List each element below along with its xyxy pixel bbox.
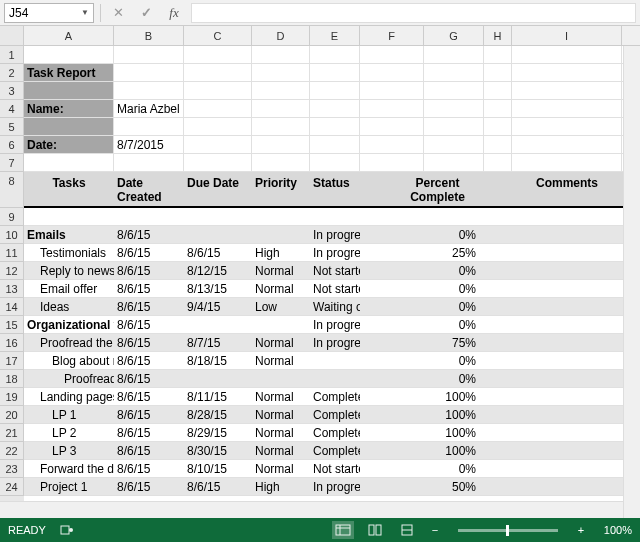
cell[interactable] bbox=[512, 316, 622, 333]
row-header[interactable]: 17 bbox=[0, 352, 24, 370]
cell[interactable] bbox=[360, 244, 424, 261]
cell[interactable]: Proofread the article bbox=[24, 370, 114, 387]
cell[interactable]: 8/28/15 bbox=[184, 406, 252, 423]
cell[interactable] bbox=[360, 226, 424, 243]
cell[interactable] bbox=[24, 46, 114, 63]
cell[interactable]: 75% bbox=[424, 334, 484, 351]
cell[interactable]: 8/12/15 bbox=[184, 262, 252, 279]
cell[interactable] bbox=[184, 316, 252, 333]
cell[interactable]: 0% bbox=[424, 226, 484, 243]
cell[interactable]: 8/6/15 bbox=[114, 244, 184, 261]
row-header[interactable]: 22 bbox=[0, 442, 24, 460]
cell[interactable] bbox=[114, 64, 184, 81]
cell[interactable] bbox=[512, 100, 622, 117]
cell[interactable] bbox=[512, 460, 622, 477]
horizontal-scrollbar[interactable] bbox=[0, 501, 623, 518]
cell[interactable]: Normal bbox=[252, 442, 310, 459]
cell[interactable] bbox=[310, 46, 360, 63]
cell[interactable]: In progress bbox=[310, 334, 360, 351]
cell[interactable]: 100% bbox=[424, 406, 484, 423]
cell[interactable]: Date Created bbox=[114, 172, 184, 206]
cell[interactable] bbox=[310, 118, 360, 135]
cell[interactable]: 8/6/15 bbox=[114, 460, 184, 477]
cell[interactable]: 0% bbox=[424, 316, 484, 333]
cell[interactable] bbox=[24, 154, 114, 171]
cell[interactable]: Normal bbox=[252, 460, 310, 477]
cell[interactable] bbox=[184, 154, 252, 171]
cell[interactable]: Due Date bbox=[184, 172, 252, 206]
cell[interactable]: Normal bbox=[252, 388, 310, 405]
cell[interactable] bbox=[310, 208, 360, 225]
cell[interactable]: Status bbox=[310, 172, 360, 206]
cell[interactable]: Not started bbox=[310, 262, 360, 279]
cell[interactable]: Completed bbox=[310, 406, 360, 423]
cell[interactable] bbox=[512, 478, 622, 495]
cell[interactable] bbox=[512, 226, 622, 243]
cell[interactable] bbox=[360, 136, 424, 153]
cell[interactable] bbox=[512, 154, 622, 171]
fx-icon[interactable]: fx bbox=[163, 3, 185, 23]
cell[interactable] bbox=[424, 82, 484, 99]
col-header[interactable]: D bbox=[252, 26, 310, 45]
cell[interactable]: 8/6/15 bbox=[184, 478, 252, 495]
cell[interactable] bbox=[484, 388, 512, 405]
cell[interactable]: Completed bbox=[310, 442, 360, 459]
cell[interactable]: Comments bbox=[512, 172, 622, 206]
cell[interactable]: 0% bbox=[424, 280, 484, 297]
row-header[interactable]: 1 bbox=[0, 46, 24, 64]
cell[interactable] bbox=[310, 352, 360, 369]
cell[interactable]: 8/7/2015 bbox=[114, 136, 184, 153]
cell[interactable] bbox=[360, 64, 424, 81]
cell[interactable]: Low bbox=[252, 298, 310, 315]
row-header[interactable]: 10 bbox=[0, 226, 24, 244]
cell[interactable] bbox=[512, 118, 622, 135]
cell[interactable] bbox=[310, 64, 360, 81]
cell[interactable]: Task Report bbox=[24, 64, 114, 81]
row-header[interactable]: 23 bbox=[0, 460, 24, 478]
cell[interactable]: 8/6/15 bbox=[114, 478, 184, 495]
cell[interactable] bbox=[360, 208, 424, 225]
cell[interactable] bbox=[360, 262, 424, 279]
cell[interactable] bbox=[252, 46, 310, 63]
cell[interactable]: 8/11/15 bbox=[184, 388, 252, 405]
select-all-corner[interactable] bbox=[0, 26, 24, 45]
cell[interactable]: LP 3 bbox=[24, 442, 114, 459]
row-header[interactable]: 6 bbox=[0, 136, 24, 154]
cell[interactable]: 8/18/15 bbox=[184, 352, 252, 369]
cell[interactable] bbox=[310, 370, 360, 387]
cell[interactable] bbox=[512, 442, 622, 459]
formula-input[interactable] bbox=[191, 3, 636, 23]
normal-view-icon[interactable] bbox=[332, 521, 354, 539]
cell[interactable] bbox=[512, 64, 622, 81]
cell[interactable] bbox=[484, 136, 512, 153]
cell[interactable] bbox=[512, 352, 622, 369]
cell[interactable]: 8/6/15 bbox=[114, 352, 184, 369]
cell[interactable] bbox=[484, 460, 512, 477]
cell[interactable]: Normal bbox=[252, 262, 310, 279]
page-layout-view-icon[interactable] bbox=[364, 521, 386, 539]
cell[interactable] bbox=[484, 100, 512, 117]
cell[interactable] bbox=[484, 172, 512, 206]
cell[interactable] bbox=[484, 244, 512, 261]
row-header[interactable]: 15 bbox=[0, 316, 24, 334]
cell[interactable]: Normal bbox=[252, 352, 310, 369]
cell[interactable] bbox=[252, 100, 310, 117]
cell[interactable] bbox=[184, 370, 252, 387]
cell[interactable]: 25% bbox=[424, 244, 484, 261]
cell[interactable] bbox=[512, 46, 622, 63]
cell[interactable] bbox=[360, 388, 424, 405]
cell[interactable] bbox=[184, 226, 252, 243]
cell[interactable]: 0% bbox=[424, 262, 484, 279]
row-header[interactable]: 2 bbox=[0, 64, 24, 82]
cell[interactable]: Normal bbox=[252, 406, 310, 423]
col-header[interactable]: H bbox=[484, 26, 512, 45]
cell[interactable] bbox=[424, 64, 484, 81]
cell[interactable] bbox=[310, 154, 360, 171]
row-header[interactable]: 12 bbox=[0, 262, 24, 280]
row-header[interactable]: 14 bbox=[0, 298, 24, 316]
cell[interactable] bbox=[360, 424, 424, 441]
cell[interactable]: Priority bbox=[252, 172, 310, 206]
cell[interactable]: Tasks bbox=[24, 172, 114, 206]
cell[interactable]: In progress bbox=[310, 316, 360, 333]
cell[interactable] bbox=[252, 82, 310, 99]
